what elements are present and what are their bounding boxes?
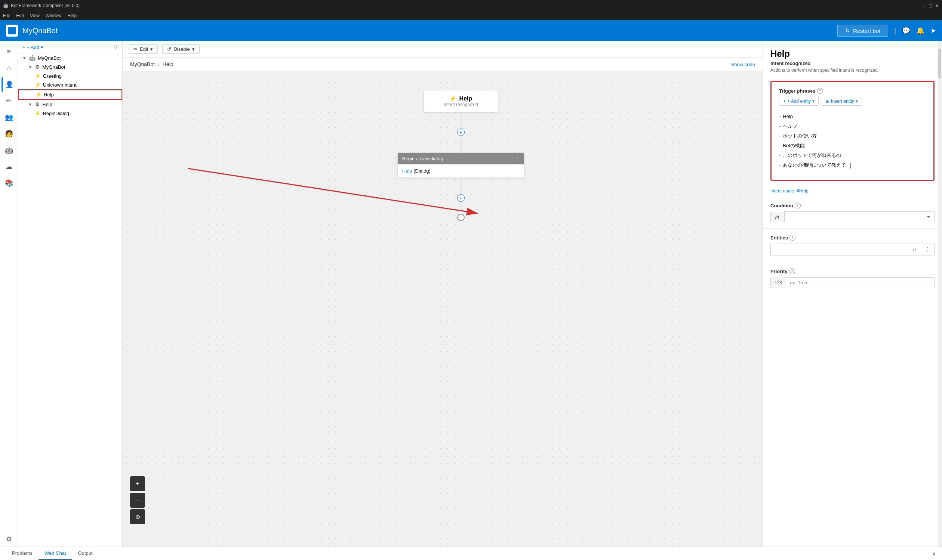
entities-more-icon[interactable]: ⋮ — [921, 244, 934, 255]
condition-prefix: y/n — [771, 212, 784, 222]
edit-pencil-icon[interactable]: ✏ — [2, 93, 17, 108]
priority-input[interactable] — [786, 277, 934, 288]
flow-add-button-2[interactable]: + — [457, 194, 465, 202]
panel-description: Actions to perform when specified intent… — [771, 68, 934, 73]
tree-item-label: BeginDialog — [43, 111, 118, 116]
settings-icon-bottom[interactable]: ⚙ — [2, 532, 17, 546]
menu-file[interactable]: File — [3, 13, 10, 18]
canvas-breadcrumb: MyQnaBot › Help Show code — [123, 57, 763, 71]
zoom-fit-button[interactable]: ⊕ — [130, 509, 145, 524]
flow-add-button-1[interactable]: + — [457, 129, 465, 136]
zoom-out-button[interactable]: − — [130, 493, 145, 508]
menu-help[interactable]: Help — [68, 13, 77, 18]
condition-help-icon[interactable]: ? — [795, 203, 801, 208]
separator-icon: | — [894, 27, 896, 35]
sidebar-item-myqnabot-root[interactable]: ▼ 🤖 MyQnaBot ··· — [18, 54, 122, 62]
tab-expand-icon[interactable]: ∧ — [932, 551, 936, 557]
filter-icon[interactable]: ▽ — [114, 44, 118, 50]
users-icon[interactable]: 👤 — [2, 77, 17, 92]
breadcrumb-root[interactable]: MyQnaBot — [130, 61, 155, 67]
app-header-right: ↻ Restart bot | 💬 🔔 ➤ — [837, 25, 936, 37]
scrollbar-thumb[interactable] — [938, 49, 941, 78]
flow-connector-2 — [461, 137, 461, 152]
sidebar-item-help-dialog[interactable]: ▼ ⚙ Help — [18, 100, 122, 109]
trigger-phrases-section: Trigger phrases ? + + Add entity ▾ ⊞ Ins… — [771, 81, 934, 181]
tree-item-label: Help — [42, 102, 118, 107]
restart-bot-button[interactable]: ↻ Restart bot — [837, 25, 888, 37]
robot-icon[interactable]: 🤖 — [2, 143, 17, 158]
sidebar-item-help-intent[interactable]: ⚡ Help ··· — [18, 89, 122, 100]
hamburger-menu-icon[interactable]: ≡ — [2, 44, 17, 59]
trigger-phrases-list: - Help - ヘルブ - ボットの使い方 - Botの機能 - このボッ — [779, 109, 926, 174]
insert-entity-button[interactable]: ⊞ Insert entity ▾ — [822, 97, 862, 106]
edit-button[interactable]: ✏ Edit ▾ — [129, 45, 158, 54]
bell-icon[interactable]: 🔔 — [916, 26, 924, 35]
phrase-text-5: このボットで何が出来るの — [783, 151, 841, 160]
bot-icon: 🤖 — [29, 55, 35, 61]
intent-icon: ⚡ — [34, 82, 41, 88]
close-btn[interactable]: ✕ — [935, 3, 939, 9]
priority-help-icon[interactable]: ? — [789, 268, 795, 274]
app-header-left: MyQnaBot — [6, 25, 57, 37]
menu-edit[interactable]: Edit — [16, 13, 24, 18]
tab-webchat[interactable]: Web Chat — [39, 547, 72, 560]
cloud-icon[interactable]: ☁ — [2, 159, 17, 174]
right-panel-scrollbar[interactable] — [937, 41, 942, 546]
sidebar-item-greeting[interactable]: ⚡ Greeting — [18, 71, 122, 80]
sidebar-item-myqnabot-dialog[interactable]: ▼ ⚙ MyQnaBot ··· — [18, 62, 122, 71]
book-icon[interactable]: 📚 — [2, 175, 17, 191]
trigger-icon: ⚡ — [449, 95, 457, 102]
trigger-phrases-help-icon[interactable]: ? — [817, 88, 823, 94]
community-icon[interactable]: 👥 — [2, 110, 17, 125]
canvas-content: ⚡ Help Intent recognized + Begin a new d… — [123, 71, 763, 546]
priority-row: 123 — [771, 277, 934, 288]
entities-input[interactable] — [771, 245, 909, 255]
menu-window[interactable]: Window — [46, 13, 62, 18]
intent-icon: ⚡ — [34, 73, 41, 79]
action-more-icon[interactable]: ⋮ — [515, 156, 520, 162]
send-icon[interactable]: ➤ — [930, 26, 936, 35]
add-entity-button[interactable]: + + Add entity ▾ — [779, 97, 819, 106]
action-link[interactable]: Help — [402, 168, 412, 174]
condition-row: y/n — [771, 211, 934, 222]
priority-text: Priority — [771, 269, 788, 274]
disable-button[interactable]: ↺ Disable ▾ — [162, 45, 199, 54]
home-icon[interactable]: ⌂ — [2, 60, 17, 75]
chat-icon[interactable]: 💬 — [902, 26, 910, 35]
main-layout: ≡ ⌂ 👤 ✏ 👥 🧑 🤖 ☁ 📚 ⚙ + + Add ▾ ▽ ▼ 🤖 MyQn… — [0, 41, 942, 546]
menubar: File Edit View Window Help — [0, 11, 942, 20]
tab-output[interactable]: Output — [72, 547, 99, 560]
breadcrumb-separator: › — [158, 61, 160, 67]
add-button[interactable]: + + Add ▾ — [22, 45, 43, 50]
entities-help-icon[interactable]: ? — [789, 235, 796, 241]
phrase-text-2: ヘルブ — [783, 122, 797, 131]
breadcrumb-current: Help — [163, 61, 173, 67]
canvas-toolbar: ✏ Edit ▾ ↺ Disable ▾ — [123, 41, 763, 57]
maximize-btn[interactable]: □ — [929, 3, 932, 9]
entities-label: Entities ? — [771, 235, 934, 241]
sidebar-item-begindialog[interactable]: ⚡ BeginDialog — [18, 109, 122, 118]
flow-end-node — [457, 214, 465, 221]
app-icon: 🤖 — [3, 3, 9, 8]
menu-view[interactable]: View — [30, 13, 40, 18]
add-entity-plus-icon: + — [783, 98, 786, 104]
flow-trigger-node[interactable]: ⚡ Help Intent recognized — [424, 90, 498, 112]
zoom-in-button[interactable]: + — [130, 476, 145, 491]
phrase-text-4: Botの機能 — [783, 141, 805, 151]
flow-action-header: Begin a new dialog ⋮ — [398, 153, 524, 165]
tab-problems[interactable]: Problems — [6, 547, 39, 560]
show-code-link[interactable]: Show code — [731, 62, 755, 67]
app-title: MyQnaBot — [22, 26, 57, 35]
intent-name-value[interactable]: #Help — [797, 188, 808, 194]
panel-title: Help — [771, 49, 934, 59]
entities-input-row: ↵ ⋮ — [771, 243, 934, 256]
intent-icon: ⚡ — [35, 92, 42, 97]
condition-select[interactable] — [784, 211, 934, 222]
sidebar-item-unknown-intent[interactable]: ⚡ Unknown intent — [18, 80, 122, 89]
trigger-node-subtitle: Intent recognized — [433, 102, 489, 107]
intent-name-row: Intent name: #Help — [763, 185, 942, 197]
titlebar-left: 🤖 Bot Framework Composer (v2.0.0) — [3, 3, 80, 8]
titlebar-controls[interactable]: ─ □ ✕ — [923, 3, 939, 9]
minimize-btn[interactable]: ─ — [923, 3, 926, 9]
person-icon[interactable]: 🧑 — [2, 126, 17, 141]
